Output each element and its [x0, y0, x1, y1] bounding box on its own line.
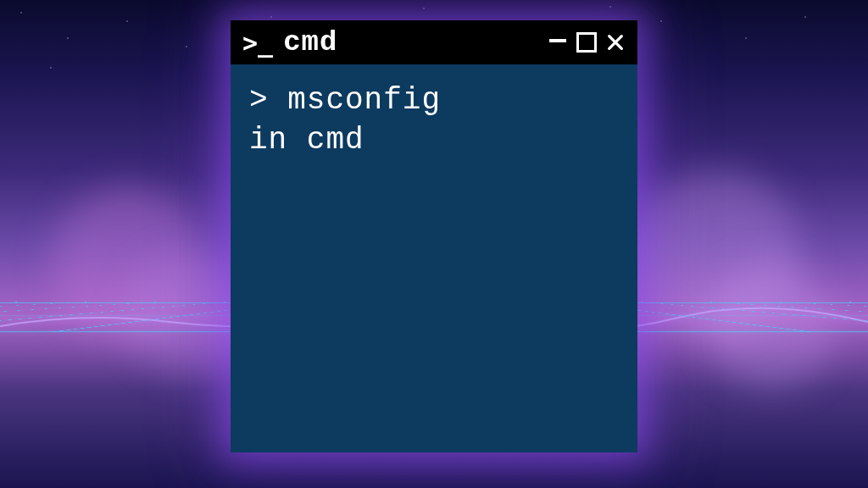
window-titlebar[interactable]: >_ cmd — [231, 20, 637, 64]
command-line-1: > msconfig — [249, 81, 619, 121]
terminal-body[interactable]: > msconfig in cmd — [231, 64, 637, 452]
command-line-2: in cmd — [249, 121, 619, 161]
maximize-button[interactable] — [576, 32, 597, 53]
close-button[interactable] — [605, 32, 626, 53]
terminal-window[interactable]: >_ cmd > msconfig in cmd — [231, 20, 637, 452]
window-controls — [548, 32, 626, 53]
minimize-button[interactable] — [548, 32, 568, 53]
terminal-prompt-icon: >_ — [242, 28, 273, 58]
window-title: cmd — [283, 26, 537, 58]
